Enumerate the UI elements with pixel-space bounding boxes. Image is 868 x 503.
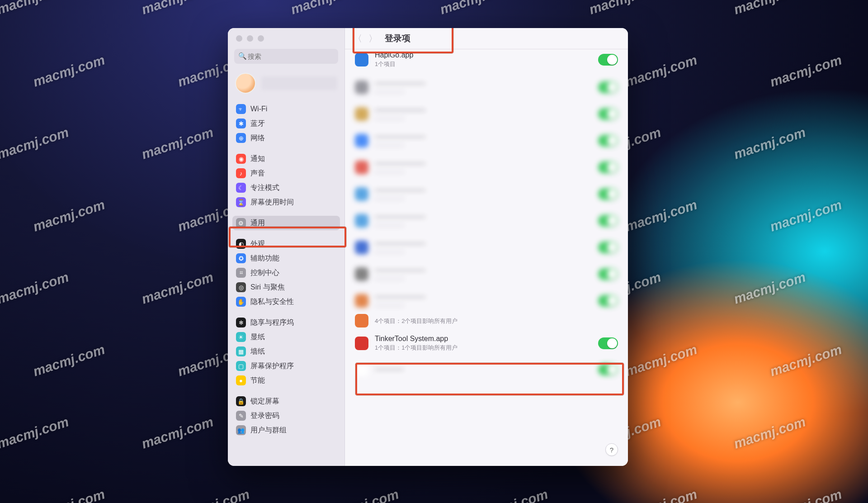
sidebar-icon: ✱ — [236, 119, 246, 128]
sidebar-item-用户与群组[interactable]: 👥用户与群组 — [232, 423, 340, 437]
sidebar-item-登录密码[interactable]: ✎登录密码 — [232, 408, 340, 423]
toggle[interactable] — [598, 295, 618, 307]
login-item-hapigo: HapiGo.app1个项目 — [345, 49, 628, 74]
toggle[interactable] — [598, 242, 618, 253]
sidebar-item-隐享与程序坞[interactable]: ❄隐享与程序坞 — [232, 315, 340, 330]
login-item-partial: 4个项目：2个项目影响所有用户 — [345, 314, 628, 329]
sidebar-item-锁定屏幕[interactable]: 🔒锁定屏幕 — [232, 394, 340, 408]
login-item-row: ———— — [345, 357, 628, 382]
login-item-name: ———— — [375, 365, 592, 373]
app-icon — [355, 161, 368, 174]
sidebar-item-声音[interactable]: ♪声音 — [232, 166, 340, 180]
toggle[interactable] — [598, 215, 618, 227]
close-icon[interactable] — [236, 35, 242, 42]
minimize-icon[interactable] — [247, 35, 253, 42]
sidebar-icon: ✎ — [236, 411, 246, 421]
toggle[interactable] — [598, 337, 618, 349]
window-controls — [228, 28, 344, 49]
sidebar-item-屏幕使用时间[interactable]: ⌛屏幕使用时间 — [232, 195, 340, 209]
sidebar-icon: ⌛ — [236, 197, 246, 207]
sidebar-item-蓝牙[interactable]: ✱蓝牙 — [232, 116, 340, 131]
app-icon — [355, 134, 368, 147]
sidebar-item-隐私与安全性[interactable]: ✋隐私与安全性 — [232, 294, 340, 309]
system-settings-window: 🔍 ᯤWi-Fi✱蓝牙⊕网络◉通知♪声音☾专注模式⌛屏幕使用时间⚙通用◐外观✪辅… — [228, 28, 628, 466]
login-item-name: ——————— — [375, 239, 592, 247]
sidebar-item-label: 通知 — [250, 154, 265, 164]
apple-id-row[interactable] — [228, 68, 344, 101]
zoom-icon[interactable] — [258, 35, 264, 42]
help-button[interactable]: ? — [605, 443, 618, 456]
sidebar-item-控制中心[interactable]: ⌗控制中心 — [232, 266, 340, 280]
login-item-row: ———————————— — [345, 154, 628, 180]
login-item-sub: ————— — [375, 88, 592, 95]
toggle[interactable] — [598, 188, 618, 200]
sidebar-item-专注模式[interactable]: ☾专注模式 — [232, 180, 340, 195]
login-item-name: ——————— — [375, 266, 592, 274]
content-pane: 〈 〉 登录项 HapiGo.app1个项目——————————————————… — [345, 28, 628, 466]
sidebar-icon: ❄ — [236, 318, 246, 327]
sidebar-item-Siri 与聚焦[interactable]: ◎Siri 与聚焦 — [232, 280, 340, 294]
sidebar-item-网络[interactable]: ⊕网络 — [232, 131, 340, 145]
sidebar-item-辅助功能[interactable]: ✪辅助功能 — [232, 251, 340, 266]
sidebar-item-墙纸[interactable]: ▦墙纸 — [232, 344, 340, 359]
account-name-blurred — [261, 76, 337, 90]
sidebar-icon: ᯤ — [236, 104, 246, 114]
sidebar-items: ᯤWi-Fi✱蓝牙⊕网络◉通知♪声音☾专注模式⌛屏幕使用时间⚙通用◐外观✪辅助功… — [228, 101, 344, 466]
login-item-name: TinkerTool System.app — [375, 335, 592, 343]
sidebar-icon: ✪ — [236, 253, 246, 263]
app-icon — [355, 267, 368, 281]
toggle[interactable] — [598, 161, 618, 173]
sidebar-item-显纸[interactable]: ☀显纸 — [232, 330, 340, 344]
sidebar-item-label: 墙纸 — [250, 347, 265, 356]
sidebar-item-label: 通用 — [250, 218, 265, 228]
login-items-list: HapiGo.app1个项目——————————————————————————… — [345, 49, 628, 466]
sidebar-item-label: Wi-Fi — [250, 105, 267, 113]
login-item-text: ———————————— — [375, 106, 592, 122]
forward-button[interactable]: 〉 — [367, 32, 379, 46]
login-item-row: ———————————— — [345, 100, 628, 127]
toggle[interactable] — [598, 81, 618, 93]
login-item-sub: ————— — [375, 168, 592, 175]
content-header: 〈 〉 登录项 — [345, 28, 628, 49]
sidebar-item-label: 屏幕使用时间 — [250, 198, 294, 207]
login-item-text: ———————————— — [375, 79, 592, 95]
sidebar-item-外观[interactable]: ◐外观 — [232, 237, 340, 251]
search-input[interactable] — [234, 49, 338, 64]
sidebar-item-label: 显纸 — [250, 332, 265, 342]
sidebar: 🔍 ᯤWi-Fi✱蓝牙⊕网络◉通知♪声音☾专注模式⌛屏幕使用时间⚙通用◐外观✪辅… — [228, 28, 345, 466]
login-item-text: TinkerTool System.app1个项目：1个项目影响所有用户 — [375, 335, 592, 352]
sidebar-icon: ◐ — [236, 239, 246, 249]
login-item-row: ———————————— — [345, 234, 628, 261]
toggle[interactable] — [598, 135, 618, 147]
toggle[interactable] — [598, 54, 618, 66]
login-item-name: ——————— — [375, 213, 592, 221]
sidebar-item-Wi-Fi[interactable]: ᯤWi-Fi — [232, 102, 340, 116]
sidebar-item-通用[interactable]: ⚙通用 — [232, 216, 340, 230]
sidebar-icon: ✋ — [236, 297, 246, 307]
sidebar-item-通知[interactable]: ◉通知 — [232, 152, 340, 166]
login-item-sub: ————— — [375, 142, 592, 148]
back-button[interactable]: 〈 — [351, 32, 364, 46]
sidebar-search: 🔍 — [234, 49, 338, 64]
sidebar-icon: ▢ — [236, 361, 246, 371]
app-icon — [355, 294, 368, 308]
sidebar-item-label: 网络 — [250, 133, 265, 143]
app-icon — [355, 241, 368, 254]
login-item-text: HapiGo.app1个项目 — [375, 51, 592, 68]
app-icon — [355, 214, 368, 228]
toggle[interactable] — [598, 108, 618, 120]
sidebar-item-label: 专注模式 — [250, 183, 279, 193]
login-item-text: ———— — [375, 365, 592, 374]
sidebar-item-label: 外观 — [250, 239, 265, 249]
sidebar-item-label: 节能 — [250, 376, 265, 385]
sidebar-item-label: 辅助功能 — [250, 254, 279, 263]
login-item-sub: 1个项目 — [375, 60, 592, 68]
sidebar-icon: ▦ — [236, 346, 246, 356]
login-item-sub: 4个项目：2个项目影响所有用户 — [375, 317, 618, 325]
toggle[interactable] — [598, 364, 618, 375]
login-item-sub: ————— — [375, 302, 592, 308]
sidebar-item-屏幕保护程序[interactable]: ▢屏幕保护程序 — [232, 359, 340, 373]
toggle[interactable] — [598, 268, 618, 280]
sidebar-item-节能[interactable]: ●节能 — [232, 373, 340, 388]
sidebar-icon: ◉ — [236, 154, 246, 164]
